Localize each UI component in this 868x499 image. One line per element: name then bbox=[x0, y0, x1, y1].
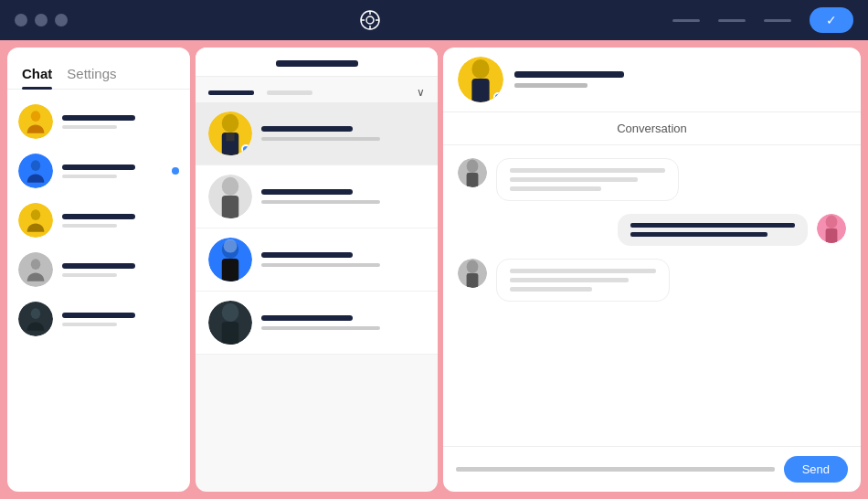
list-item[interactable] bbox=[7, 245, 190, 294]
svg-point-2 bbox=[31, 209, 41, 220]
contact-name-bar bbox=[62, 165, 135, 170]
online-indicator bbox=[241, 144, 250, 154]
svg-point-21 bbox=[467, 260, 479, 273]
svg-rect-22 bbox=[467, 273, 479, 288]
avatar bbox=[817, 214, 846, 243]
svg-point-17 bbox=[467, 160, 479, 173]
svg-point-19 bbox=[826, 216, 838, 228]
chat-info bbox=[261, 315, 425, 330]
conversation-header bbox=[443, 48, 861, 112]
chat-info bbox=[261, 126, 425, 141]
message-bubble bbox=[618, 214, 808, 246]
avatar bbox=[208, 238, 252, 281]
contact-info bbox=[62, 313, 179, 326]
left-panel: Chat Settings bbox=[7, 48, 190, 492]
maximize-btn[interactable] bbox=[55, 14, 68, 27]
message-row bbox=[458, 214, 846, 246]
contact-info bbox=[62, 165, 163, 178]
list-item[interactable] bbox=[7, 294, 190, 344]
tab-settings[interactable]: Settings bbox=[67, 58, 116, 89]
contact-name-bar bbox=[62, 263, 135, 269]
avatar bbox=[208, 111, 252, 155]
send-button[interactable]: Send bbox=[784, 456, 848, 483]
app-logo bbox=[357, 7, 383, 33]
chevron-down-icon[interactable]: ∨ bbox=[417, 86, 425, 99]
avatar bbox=[208, 301, 252, 345]
contact-info bbox=[62, 263, 179, 277]
menu-line-1 bbox=[672, 19, 700, 22]
chat-list-item[interactable] bbox=[196, 228, 438, 292]
filter-options bbox=[208, 90, 312, 95]
chat-list-item[interactable] bbox=[196, 102, 438, 165]
tab-chat[interactable]: Chat bbox=[22, 58, 52, 89]
contact-name-bar bbox=[62, 214, 135, 219]
contact-name-bar bbox=[62, 115, 135, 121]
chat-info bbox=[261, 189, 425, 204]
chat-msg-bar bbox=[261, 263, 380, 267]
list-item[interactable] bbox=[7, 97, 190, 146]
message-input-placeholder bbox=[456, 467, 775, 472]
svg-point-1 bbox=[31, 160, 41, 171]
close-btn[interactable] bbox=[15, 14, 27, 27]
chat-msg-bar bbox=[261, 200, 380, 204]
contact-info bbox=[62, 214, 179, 228]
avatar bbox=[458, 158, 487, 187]
window-controls bbox=[15, 14, 68, 27]
list-item[interactable] bbox=[7, 196, 190, 245]
contact-msg-bar bbox=[62, 125, 117, 129]
svg-point-15 bbox=[471, 59, 489, 79]
chat-name-bar bbox=[261, 252, 353, 258]
svg-rect-18 bbox=[467, 173, 479, 187]
contact-msg-bar bbox=[62, 175, 117, 178]
title-bar: ✓ bbox=[0, 0, 868, 40]
message-bubble bbox=[496, 259, 670, 302]
filter-bar-2 bbox=[267, 90, 312, 95]
menu-line-3 bbox=[764, 19, 791, 22]
confirm-icon: ✓ bbox=[826, 13, 837, 27]
svg-point-3 bbox=[31, 259, 41, 270]
svg-point-4 bbox=[31, 308, 41, 319]
avatar bbox=[18, 104, 53, 139]
conversation-body bbox=[443, 145, 861, 446]
mid-title-bar bbox=[276, 60, 358, 67]
chat-name-bar bbox=[261, 315, 353, 321]
chat-list-item[interactable] bbox=[196, 292, 438, 355]
message-input-area: Send bbox=[443, 446, 861, 492]
notification-dot bbox=[172, 167, 179, 175]
svg-rect-7 bbox=[226, 133, 234, 141]
avatar bbox=[18, 154, 53, 188]
svg-point-13 bbox=[222, 303, 238, 322]
svg-rect-11 bbox=[222, 259, 238, 281]
chat-msg-bar bbox=[261, 137, 380, 141]
avatar bbox=[458, 57, 503, 102]
contact-msg-bar bbox=[62, 323, 117, 326]
chat-msg-bar bbox=[261, 326, 380, 330]
user-info bbox=[514, 71, 846, 88]
confirm-button[interactable]: ✓ bbox=[810, 7, 853, 33]
main-container: Chat Settings bbox=[0, 40, 868, 499]
right-panel: Conversation bbox=[443, 48, 861, 492]
contact-info bbox=[62, 115, 179, 129]
menu-line-2 bbox=[718, 19, 746, 22]
mid-header bbox=[196, 48, 438, 77]
mid-filter-row: ∨ bbox=[196, 77, 438, 102]
message-bubble bbox=[496, 158, 679, 201]
svg-point-8 bbox=[222, 177, 238, 196]
contact-msg-bar bbox=[62, 273, 117, 277]
avatar bbox=[458, 259, 487, 288]
svg-point-5 bbox=[222, 114, 238, 133]
left-tabs: Chat Settings bbox=[7, 48, 190, 90]
chat-list-item[interactable] bbox=[196, 165, 438, 228]
chat-name-bar bbox=[261, 126, 353, 132]
contact-name-bar bbox=[62, 313, 135, 318]
avatar bbox=[18, 252, 53, 287]
chat-info bbox=[261, 252, 425, 267]
list-item[interactable] bbox=[7, 146, 190, 196]
chat-list bbox=[196, 102, 438, 492]
filter-bar-1 bbox=[208, 90, 254, 95]
online-indicator bbox=[493, 92, 503, 101]
user-name-bar bbox=[514, 71, 624, 78]
minimize-btn[interactable] bbox=[35, 14, 48, 27]
user-status-bar bbox=[514, 83, 587, 88]
svg-rect-9 bbox=[222, 196, 238, 218]
